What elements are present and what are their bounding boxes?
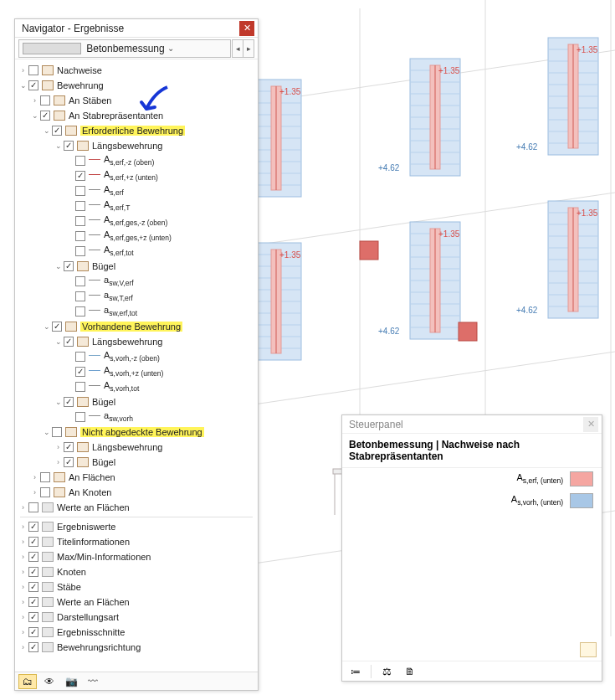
tree-item[interactable]: ⌄Längsbewehrung — [15, 138, 258, 153]
expand-toggle[interactable] — [65, 202, 74, 211]
expand-toggle[interactable]: ⌄ — [30, 111, 39, 121]
checkbox[interactable] — [64, 261, 74, 271]
checkbox[interactable] — [28, 642, 38, 652]
expand-toggle[interactable] — [65, 383, 74, 392]
checkbox[interactable] — [28, 80, 38, 90]
tree-item[interactable]: ›Max/Min-Informationen — [15, 549, 258, 564]
tree-item[interactable]: ›Darstellungsart — [15, 610, 258, 625]
checkbox[interactable] — [40, 111, 50, 121]
expand-toggle[interactable]: › — [18, 66, 28, 75]
navigator-titlebar[interactable]: Navigator - Ergebnisse ✕ — [15, 19, 258, 38]
tree-item[interactable]: ›An Knoten — [15, 485, 258, 500]
checkbox[interactable] — [28, 597, 38, 607]
combo-next-button[interactable]: ▸ — [243, 39, 254, 58]
checkbox[interactable] — [28, 65, 38, 75]
expand-toggle[interactable] — [65, 277, 74, 286]
footer-tab-2[interactable]: 👁 — [40, 674, 59, 689]
expand-toggle[interactable] — [65, 413, 74, 422]
checkbox[interactable] — [75, 186, 85, 196]
expand-toggle[interactable]: › — [18, 613, 28, 622]
expand-toggle[interactable]: › — [18, 553, 28, 562]
tree-item[interactable]: ⌄Bewehrung — [15, 78, 258, 93]
checkbox[interactable] — [28, 552, 38, 562]
expand-toggle[interactable] — [65, 247, 74, 256]
checkbox[interactable] — [75, 171, 85, 181]
tree-item[interactable]: ⌄Nicht abgedeckte Bewehrung — [15, 425, 258, 440]
tree-item[interactable]: ›Ergebnisschnitte — [15, 625, 258, 640]
checkbox[interactable] — [28, 582, 38, 592]
expand-toggle[interactable]: › — [30, 96, 39, 106]
footer-btn-sheet[interactable]: 🗎 — [402, 664, 418, 679]
tree-item[interactable]: ⌄Erforderliche Bewehrung — [15, 123, 258, 138]
checkbox[interactable] — [40, 95, 50, 106]
tree-item[interactable]: As,erf — [15, 183, 258, 198]
footer-btn-balance[interactable]: ⚖ — [378, 664, 395, 679]
footer-tab-3[interactable]: 📷 — [62, 674, 80, 689]
expand-toggle[interactable]: › — [30, 488, 39, 497]
tree-item[interactable]: As,erf,ges,-z (oben) — [15, 214, 258, 229]
close-icon[interactable]: ✕ — [583, 417, 598, 432]
expand-toggle[interactable]: › — [18, 628, 28, 637]
expand-toggle[interactable]: › — [18, 643, 28, 652]
footer-tab-1[interactable]: 🗂 — [18, 674, 37, 689]
checkbox[interactable] — [64, 141, 74, 151]
checkbox[interactable] — [28, 612, 38, 622]
expand-toggle[interactable]: › — [30, 473, 39, 482]
expand-toggle[interactable]: › — [18, 503, 28, 512]
checkbox[interactable] — [75, 216, 85, 226]
expand-toggle[interactable] — [65, 368, 74, 377]
tree-item[interactable]: ›An Stäben — [15, 93, 258, 108]
tree-item[interactable]: ⌄Bügel — [15, 394, 258, 409]
close-icon[interactable]: ✕ — [239, 21, 254, 36]
checkbox[interactable] — [75, 412, 85, 422]
control-panel-titlebar[interactable]: Steuerpanel ✕ — [342, 415, 602, 434]
tree-item[interactable]: As,erf,tot — [15, 244, 258, 259]
navigator-tree[interactable]: ›Nachweise⌄Bewehrung›An Stäben⌄An Stabre… — [15, 61, 258, 672]
expand-toggle[interactable] — [65, 172, 74, 181]
checkbox[interactable] — [52, 322, 62, 332]
expand-toggle[interactable]: ⌄ — [42, 322, 51, 332]
tree-item[interactable]: ⌄Längsbewehrung — [15, 334, 258, 349]
expand-toggle[interactable]: ⌄ — [54, 398, 63, 407]
checkbox[interactable] — [28, 522, 38, 532]
expand-toggle[interactable]: › — [18, 568, 28, 577]
expand-toggle[interactable] — [65, 292, 74, 301]
tree-item[interactable]: ›An Flächen — [15, 470, 258, 485]
expand-toggle[interactable]: ⌄ — [42, 428, 51, 437]
footer-btn-list[interactable]: ≔ — [347, 664, 364, 679]
checkbox[interactable] — [64, 457, 74, 467]
expand-toggle[interactable] — [65, 307, 74, 317]
checkbox[interactable] — [75, 231, 85, 241]
checkbox[interactable] — [75, 382, 85, 392]
expand-toggle[interactable]: › — [18, 522, 28, 532]
expand-toggle[interactable] — [65, 217, 74, 226]
tree-item[interactable]: ›Werte an Flächen — [15, 500, 258, 515]
tree-item[interactable]: As,erf,+z (unten) — [15, 168, 258, 183]
checkbox[interactable] — [75, 306, 85, 317]
tree-item[interactable]: ⌄An Stabrepräsentanten — [15, 108, 258, 123]
combo-prev-button[interactable]: ◂ — [232, 39, 243, 58]
expand-toggle[interactable]: ⌄ — [54, 337, 63, 347]
tree-item[interactable]: As,vorh,+z (unten) — [15, 364, 258, 379]
tree-item[interactable]: ›Knoten — [15, 564, 258, 579]
checkbox[interactable] — [64, 337, 74, 347]
checkbox[interactable] — [28, 537, 38, 547]
expand-toggle[interactable] — [65, 157, 74, 166]
tree-item[interactable]: ⌄Vorhandene Bewehrung — [15, 319, 258, 334]
checkbox[interactable] — [64, 397, 74, 407]
tree-item[interactable]: ›Stäbe — [15, 579, 258, 594]
checkbox[interactable] — [75, 156, 85, 166]
checkbox[interactable] — [40, 472, 50, 482]
expand-toggle[interactable]: › — [54, 458, 63, 467]
tree-item[interactable]: ›Ergebniswerte — [15, 519, 258, 534]
tree-item[interactable]: As,erf,-z (oben) — [15, 153, 258, 168]
checkbox[interactable] — [75, 352, 85, 362]
checkbox[interactable] — [52, 427, 62, 437]
expand-toggle[interactable]: › — [18, 583, 28, 592]
checkbox[interactable] — [75, 201, 85, 211]
tree-item[interactable]: ›Werte an Flächen — [15, 594, 258, 610]
checkbox[interactable] — [64, 442, 74, 452]
expand-toggle[interactable]: › — [18, 538, 28, 547]
clipboard-button[interactable] — [580, 642, 597, 657]
tree-item[interactable]: As,erf,T — [15, 198, 258, 214]
